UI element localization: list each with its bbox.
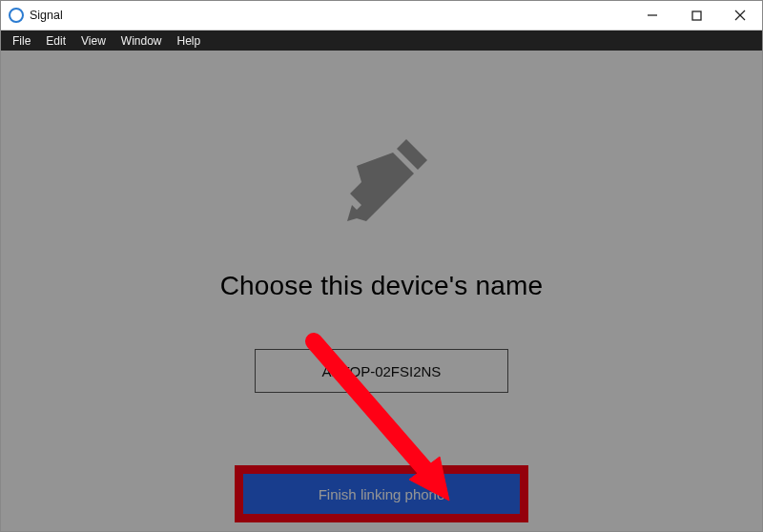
finish-linking-button[interactable]: Finish linking phone: [243, 474, 520, 514]
menu-file[interactable]: File: [5, 32, 38, 50]
svg-rect-1: [692, 11, 701, 20]
menubar: File Edit View Window Help: [1, 31, 762, 51]
window-title: Signal: [30, 9, 63, 22]
titlebar[interactable]: Signal: [1, 1, 762, 31]
signal-logo-icon: [9, 8, 24, 23]
close-icon: [734, 10, 746, 21]
maximize-icon: [691, 10, 702, 21]
device-name-input[interactable]: [255, 349, 508, 393]
menu-help[interactable]: Help: [170, 32, 209, 50]
page-heading: Choose this device's name: [220, 271, 544, 301]
window-controls: [630, 1, 762, 30]
client-area: Choose this device's name Finish linking…: [2, 51, 761, 530]
minimize-button[interactable]: [630, 1, 674, 30]
device-name-row: [255, 349, 508, 393]
pencil-icon: [324, 128, 439, 246]
menu-edit[interactable]: Edit: [38, 32, 73, 50]
maximize-button[interactable]: [674, 1, 718, 30]
menu-window[interactable]: Window: [113, 32, 170, 50]
app-window: Signal File Edit View Window Help: [0, 0, 763, 532]
finish-button-highlight: Finish linking phone: [235, 465, 528, 522]
minimize-icon: [647, 10, 658, 21]
close-button[interactable]: [718, 1, 762, 30]
menu-view[interactable]: View: [73, 32, 113, 50]
